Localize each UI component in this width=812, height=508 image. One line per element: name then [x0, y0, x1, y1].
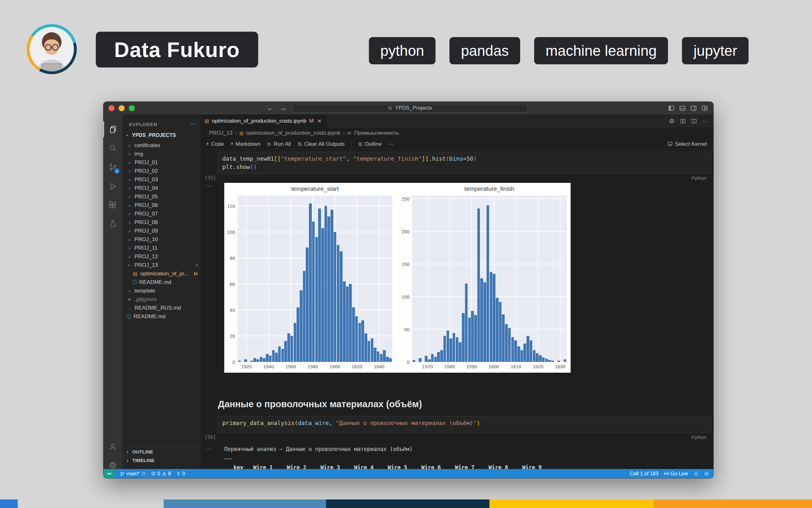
explorer-item[interactable]: ›PROJ_10 — [122, 235, 201, 244]
editor-layout-icon[interactable] — [702, 105, 708, 111]
add-markdown-cell-button[interactable]: + Markdown — [230, 141, 260, 147]
explorer-item-label: .gitignore — [134, 296, 157, 303]
update-indicator-icon[interactable] — [704, 471, 709, 476]
chevron-right-icon: › — [126, 254, 132, 259]
notebook-icon: ▤ — [132, 271, 138, 277]
explorer-item[interactable]: ›PROJ_02 — [122, 167, 201, 175]
split-editor-icon[interactable] — [680, 118, 686, 124]
zoom-window-button[interactable] — [129, 105, 135, 111]
explorer-item[interactable]: ›PROJ_05 — [122, 193, 201, 201]
x-tick-label: 1600 — [330, 364, 340, 369]
explorer-item[interactable]: ›img — [122, 150, 201, 158]
clear-all-outputs-button[interactable]: Clear All Outputs — [297, 141, 345, 147]
explorer-activity-icon[interactable] — [104, 121, 122, 137]
toolbar-more-icon[interactable]: ⋯ — [388, 141, 393, 147]
explorer-item[interactable]: ›PROJ_04 — [122, 184, 201, 193]
explorer-item[interactable]: ›template — [122, 287, 201, 295]
run-all-button[interactable]: Run All — [267, 141, 291, 147]
cell-language-label[interactable]: Python — [692, 434, 706, 440]
explorer-item-label: PROJ_02 — [134, 168, 158, 174]
breadcrumb-separator: › — [343, 130, 345, 136]
explorer-more-icon[interactable]: ⋯ — [190, 121, 196, 128]
outline-button[interactable]: Outline — [358, 141, 382, 147]
code-cell-input[interactable]: primary_data_analysis(data_wire, "Данные… — [218, 416, 711, 433]
explorer-item[interactable]: ›PROJ_07 — [122, 209, 201, 218]
status-bar: >< main* 0 8 0 Cell 1 of 183 — [104, 469, 713, 478]
histogram-bar — [297, 307, 300, 362]
notebook-settings-gear-icon[interactable]: ⚙ — [669, 117, 675, 125]
explorer-item[interactable]: ↓README_RUS.md — [122, 304, 201, 312]
outline-icon — [358, 142, 363, 147]
explorer-item[interactable]: iREADME.md — [122, 278, 201, 287]
explorer-item[interactable]: iREADME.md — [122, 312, 201, 321]
code-token: show — [236, 164, 249, 170]
outline-section[interactable]: › OUTLINE — [122, 447, 201, 456]
explorer-item[interactable]: ›PROJ_13● — [122, 261, 201, 269]
explorer-item[interactable]: ›PROJ_09 — [122, 226, 201, 235]
code-cell-input[interactable]: data_temp_new01[["temperature_start", "t… — [218, 152, 711, 174]
nav-forward-button[interactable]: → — [280, 104, 287, 112]
explorer-item[interactable]: ◆.gitignore — [122, 295, 201, 304]
toggle-sidebar-left-icon[interactable] — [668, 105, 674, 111]
markdown-heading[interactable]: Данные о проволочных материалах (объём) — [218, 399, 422, 410]
source-control-activity-icon[interactable]: 1 — [104, 159, 122, 175]
notifications-bell-icon[interactable] — [694, 471, 698, 476]
window-title-bar: ← → YPDS_Projects — [104, 102, 713, 115]
histogram-bar — [337, 245, 340, 362]
histogram-bar — [250, 361, 253, 362]
tab-close-icon[interactable]: ✕ — [317, 118, 322, 125]
breadcrumb-file[interactable]: optimization_of_production_costs.ipynb — [246, 130, 341, 136]
problems-item[interactable]: 0 8 — [151, 471, 171, 477]
select-kernel-button[interactable]: Select Kernel — [667, 141, 707, 147]
close-window-button[interactable] — [109, 105, 115, 111]
remote-indicator[interactable]: >< — [104, 469, 115, 478]
histogram-bar — [309, 204, 312, 362]
tab-notebook[interactable]: ▤ optimization_of_production_costs.ipynb… — [201, 115, 327, 128]
git-branch-item[interactable]: main* — [120, 471, 146, 477]
explorer-item[interactable]: ›PROJ_01 — [122, 158, 201, 167]
cell-language-label[interactable]: Python — [692, 175, 706, 181]
histogram-bar — [272, 350, 275, 362]
explorer-item[interactable]: ›PROJ_11 — [122, 244, 201, 252]
gear-glyph: ⚙ — [109, 461, 116, 470]
histogram-bar — [545, 359, 548, 362]
histogram-bar — [331, 210, 333, 362]
plus-icon: + — [230, 141, 234, 147]
notebook-toolbar: + Code + Markdown Run All Clear All Outp… — [201, 138, 713, 150]
cell-output-gutter-icon[interactable]: ⋯ — [205, 182, 211, 189]
timeline-section[interactable]: › TIMELINE — [122, 456, 201, 464]
add-code-cell-button[interactable]: + Code — [206, 141, 224, 147]
explorer-item[interactable]: ›PROJ_12 — [122, 252, 201, 261]
table-header-cell: Wire 4 — [350, 464, 378, 469]
explorer-item[interactable]: ›PROJ_08 — [122, 218, 201, 226]
toggle-panel-bottom-icon[interactable] — [680, 105, 686, 111]
breadcrumb-section[interactable]: Промышленность — [354, 130, 399, 136]
ports-item[interactable]: 0 — [176, 471, 185, 477]
more-actions-icon[interactable]: ⋯ — [702, 118, 708, 125]
breadcrumb-project[interactable]: PROJ_13 — [209, 130, 232, 136]
nav-back-button[interactable]: ← — [267, 104, 274, 112]
chevron-down-icon: › — [127, 262, 132, 268]
go-live-button[interactable]: Go Live — [664, 471, 688, 477]
explorer-item[interactable]: ›PROJ_06 — [122, 201, 201, 209]
editor-grid-icon[interactable] — [691, 118, 697, 124]
testing-flask-activity-icon[interactable] — [104, 216, 122, 232]
chevron-right-icon: › — [126, 151, 132, 157]
account-icon[interactable] — [104, 438, 122, 455]
extensions-activity-icon[interactable] — [104, 197, 122, 213]
explorer-item-label: optimization_of_pr... — [140, 271, 188, 277]
cell-output-gutter-icon[interactable]: ⋯ — [205, 445, 211, 453]
search-activity-icon[interactable] — [104, 140, 122, 156]
explorer-item[interactable]: ›PROJ_03 — [122, 175, 201, 184]
toggle-sidebar-right-icon[interactable] — [691, 105, 697, 111]
code-token: [[ — [274, 155, 281, 162]
command-center-search[interactable]: YPDS_Projects — [293, 104, 528, 113]
minimize-window-button[interactable] — [119, 105, 125, 111]
cell-indicator[interactable]: Cell 1 of 183 — [630, 471, 658, 477]
diamond-icon: ◆ — [126, 297, 132, 301]
run-debug-activity-icon[interactable] — [104, 178, 122, 194]
explorer-root-folder[interactable]: › YPDS_PROJECTS — [122, 131, 201, 140]
histogram-bar — [471, 311, 474, 362]
explorer-item[interactable]: ›certificates — [122, 141, 201, 150]
explorer-item[interactable]: ▤optimization_of_pr...M — [122, 269, 201, 278]
